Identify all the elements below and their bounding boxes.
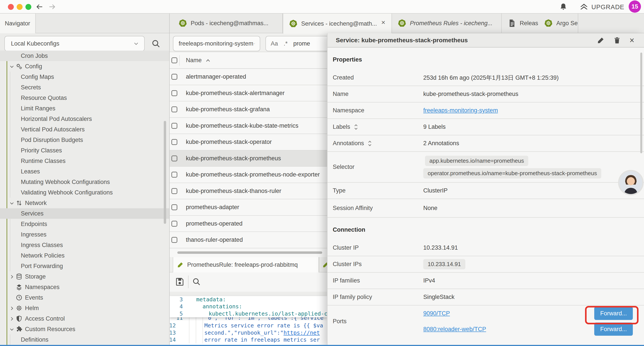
close-tab-icon[interactable]: × [381,19,385,26]
edit-icon[interactable] [597,36,604,44]
forward-button[interactable]: Forward... [594,323,633,336]
match-case-toggle[interactable]: Aa [271,40,278,47]
tree-item[interactable]: Endpoints [0,219,169,229]
kubeconfig-selector[interactable]: Local Kubeconfigs [4,36,145,51]
tree-item[interactable]: Config [0,61,169,72]
back-icon[interactable] [36,3,44,10]
namespace-link[interactable]: freeleaps-monitoring-system [423,107,498,114]
row-checkbox[interactable] [172,123,177,129]
sort-toggle-icon[interactable] [368,140,372,146]
tree-item-label: Secrets [21,82,41,93]
property-row: IP families IPv4 [328,273,644,289]
table-row[interactable]: prometheus-operated [169,216,327,232]
tree-item[interactable]: Network [0,198,169,208]
workspace-tab[interactable]: Argo Se [538,13,578,33]
close-window-button[interactable] [8,4,14,10]
tree-item[interactable]: Secrets [0,82,169,93]
port-link[interactable]: 8080:reloader-web/TCP [423,326,486,333]
close-icon[interactable]: × [630,36,634,44]
sort-toggle-icon[interactable] [354,124,358,130]
tree-item[interactable]: Priority Classes [0,145,169,156]
tree-item[interactable]: Services [0,208,169,219]
table-row[interactable]: thanos-ruler-operated [169,232,327,248]
drawer-scrollbar[interactable] [640,52,642,153]
zoom-window-button[interactable] [26,4,31,10]
sidebar-divider[interactable] [169,13,170,346]
table-row[interactable]: kube-prometheus-stack-kube-state-metrics [169,118,327,134]
sidebar-scrollbar[interactable] [164,121,166,224]
workspace-tab[interactable]: Services - icecheng@math... × [283,13,392,34]
upgrade-button[interactable]: UPGRADE [580,3,624,11]
table-row[interactable]: kube-prometheus-stack-prometheus-node-ex… [169,167,327,183]
minimize-window-button[interactable] [17,4,22,10]
port-link[interactable]: 9090/TCP [423,310,450,317]
row-checkbox[interactable] [172,188,177,194]
tree-item[interactable]: Config Maps [0,72,169,82]
tree-item[interactable]: Custom Resources [0,324,169,335]
tree-item[interactable]: Resource Quotas [0,93,169,103]
avatar[interactable] [618,170,644,195]
row-checkbox[interactable] [172,90,177,96]
table-row[interactable]: prometheus-adapter [169,199,327,216]
table-row[interactable]: kube-prometheus-stack-alertmanager [169,85,327,102]
section-title: Connection [328,218,644,240]
workspace-tab[interactable]: Release Notes [502,13,538,33]
tab-navigator[interactable]: Navigator [0,13,36,33]
table-row[interactable]: alertmanager-operated [169,69,327,85]
table-search-input[interactable]: Aa .* prome [266,36,327,51]
tree-item[interactable]: Access Control [0,313,169,324]
tree-item[interactable]: Ingresses [0,229,169,240]
tree-item[interactable]: Pod Disruption Budgets [0,135,169,145]
row-checkbox[interactable] [172,155,177,161]
row-checkbox[interactable] [172,139,177,145]
tree-item[interactable]: Helm [0,303,169,313]
property-row: Annotations 2 Annotations [328,135,644,152]
tree-item[interactable]: Events [0,292,169,303]
namespace-selector[interactable]: freeleaps-monitoring-system [173,36,260,51]
forward-button[interactable]: Forward... [594,307,633,320]
row-checkbox[interactable] [172,74,177,80]
column-header-name[interactable]: Name [186,57,210,64]
tree-item[interactable]: Leases [0,166,169,177]
tree-item[interactable]: Network Policies [0,250,169,261]
save-icon[interactable] [175,277,184,286]
select-all-checkbox[interactable] [172,57,177,63]
table-horizontal-scrollbar[interactable] [177,251,322,254]
tree-item[interactable]: Horizontal Pod Autoscalers [0,114,169,124]
tree-item[interactable]: Storage [0,271,169,282]
editor-tab-prometheusrule[interactable]: PrometheusRule: freeleaps-prod-rabbitmq [173,257,319,272]
property-label: Ports [333,318,346,325]
workspace-tab[interactable]: Prometheus Rules - icecheng... [392,13,502,33]
table-row[interactable]: kube-prometheus-stack-operator [169,134,327,150]
editor-tab-partial[interactable] [319,257,327,272]
forward-icon[interactable] [48,3,56,10]
workspace-tab[interactable]: Pods - icecheng@mathmas... [173,13,283,33]
editor-line: 3 metadata: [169,296,327,303]
editor-search-icon[interactable] [192,277,201,286]
bell-icon[interactable] [559,3,568,11]
regex-toggle[interactable]: .* [284,40,288,47]
tree-item[interactable]: Namespaces [0,282,169,292]
yaml-editor[interactable]: 3 metadata: 4 annotations: 5 kubectl.kub… [169,296,327,346]
row-checkbox[interactable] [172,172,177,178]
tree-item[interactable]: Runtime Classes [0,156,169,166]
row-checkbox[interactable] [172,221,177,227]
tree-item[interactable]: Limit Ranges [0,103,169,114]
tree-item[interactable]: Definitions [0,335,169,345]
tree-item[interactable]: Port Forwarding [0,261,169,271]
table-row[interactable]: kube-prometheus-stack-grafana [169,101,327,118]
tree-item[interactable]: Vertical Pod Autoscalers [0,124,169,135]
row-checkbox[interactable] [172,106,177,112]
tree-item-label: Leases [21,166,40,177]
tree-item[interactable]: Mutating Webhook Configurations [0,177,169,187]
tree-item[interactable]: Validating Webhook Configurations [0,187,169,198]
tree-item[interactable]: Cron Jobs [0,50,169,61]
notification-badge[interactable]: 15 [629,0,641,13]
row-checkbox[interactable] [172,237,177,243]
table-row[interactable]: kube-prometheus-stack-thanos-ruler [169,183,327,200]
row-checkbox[interactable] [172,204,177,210]
table-row[interactable]: kube-prometheus-stack-prometheus [169,150,327,167]
search-icon[interactable] [151,39,160,48]
tree-item[interactable]: Ingress Classes [0,240,169,250]
trash-icon[interactable] [613,36,621,44]
